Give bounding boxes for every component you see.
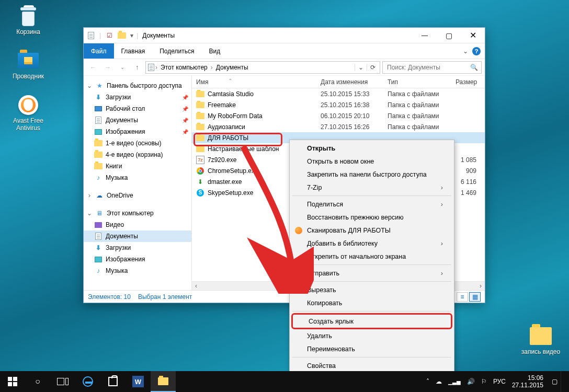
desktop-icon-folder[interactable]: запись видео xyxy=(519,325,563,355)
maximize-button[interactable]: ▢ xyxy=(437,28,461,43)
context-item[interactable]: Добавить в библиотеку› xyxy=(291,237,452,250)
view-icons-button[interactable]: ▦ xyxy=(469,292,481,302)
search-input[interactable] xyxy=(386,63,470,72)
context-item[interactable]: Восстановить прежнюю версию xyxy=(291,211,452,224)
nav-downloads[interactable]: ⬇Загрузки xyxy=(84,242,191,253)
context-item[interactable]: Свойства xyxy=(291,359,452,372)
nav-videos[interactable]: Видео xyxy=(84,219,191,230)
show-desktop-button[interactable] xyxy=(561,371,569,392)
context-item[interactable]: Открыть xyxy=(291,142,452,155)
address-dropdown-icon[interactable]: ⌄ xyxy=(355,64,367,71)
row-icon xyxy=(196,145,204,153)
context-item-label: Открепить от начального экрана xyxy=(307,253,406,260)
row-icon xyxy=(196,167,204,175)
breadcrumb-leaf[interactable]: Документы xyxy=(213,64,252,71)
context-item[interactable]: Поделиться› xyxy=(291,198,452,211)
nav-pictures[interactable]: Изображения xyxy=(84,253,191,265)
search-icon[interactable]: 🔍 xyxy=(470,64,478,71)
taskbar-edge[interactable] xyxy=(75,371,100,392)
ribbon-expand-icon[interactable]: ⌄ xyxy=(463,48,468,55)
file-row[interactable]: Camtasia Studio25.10.2015 15:33Папка с ф… xyxy=(192,88,485,99)
column-date[interactable]: Дата изменения xyxy=(316,78,383,86)
view-details-button[interactable]: ≡ xyxy=(457,292,468,302)
taskbar-store[interactable] xyxy=(100,371,126,392)
chevron-right-icon: › xyxy=(441,270,443,277)
task-view-button[interactable] xyxy=(50,371,75,392)
tab-home[interactable]: Главная xyxy=(114,43,153,59)
address-bar[interactable]: › Этот компьютер › Документы ⌄ ⟳ xyxy=(145,61,380,74)
properties-icon[interactable]: ☑ xyxy=(105,31,113,40)
column-size[interactable]: Размер xyxy=(451,78,486,86)
column-name[interactable]: Имяˆ xyxy=(192,78,316,86)
context-item-label: Создать ярлык xyxy=(309,318,354,325)
nav-folder[interactable]: Книги xyxy=(84,160,191,172)
nav-folder[interactable]: 4-е видео (корзина) xyxy=(84,149,191,160)
nav-back-button[interactable]: ← xyxy=(87,61,99,74)
row-type: Папка с файлами xyxy=(388,123,456,131)
context-item[interactable]: Копировать xyxy=(291,296,452,309)
file-row[interactable]: Freemake25.10.2015 16:38Папка с файлами xyxy=(192,99,485,110)
tray-volume-icon[interactable]: 🔊 xyxy=(464,378,478,385)
nav-documents[interactable]: Документы📌 xyxy=(84,114,191,126)
tab-view[interactable]: Вид xyxy=(201,43,227,59)
pin-icon: 📌 xyxy=(182,118,188,123)
desktop-icon-recycle-bin[interactable]: Корзина xyxy=(8,5,48,36)
start-button[interactable] xyxy=(0,371,25,392)
nav-quick-access[interactable]: ⌄★Панель быстрого доступа xyxy=(84,80,191,91)
column-type[interactable]: Тип xyxy=(383,78,451,86)
tab-share[interactable]: Поделиться xyxy=(152,43,201,59)
taskbar-clock[interactable]: 15:06 27.11.2015 xyxy=(509,374,549,389)
context-item[interactable]: Открепить от начального экрана xyxy=(291,250,452,263)
search-box[interactable]: 🔍 xyxy=(382,61,482,74)
tray-chevron-icon[interactable]: ˄ xyxy=(423,378,433,385)
context-item-label: Сканировать ДЛЯ РАБОТЫ xyxy=(307,227,391,234)
nav-this-pc[interactable]: ⌄🖥Этот компьютер xyxy=(84,207,191,219)
minimize-button[interactable]: — xyxy=(413,28,437,43)
context-item[interactable]: Создать ярлык xyxy=(293,315,451,328)
nav-desktop[interactable]: Рабочий стол📌 xyxy=(84,103,191,114)
row-name: Аудиозаписи xyxy=(208,123,245,131)
taskbar-word[interactable]: W xyxy=(126,371,151,392)
file-row[interactable]: My RoboForm Data06.10.2015 20:10Папка с … xyxy=(192,110,485,121)
context-item[interactable]: Открыть в новом окне xyxy=(291,155,452,168)
refresh-icon[interactable]: ⟳ xyxy=(367,64,379,71)
tray-language[interactable]: РУС xyxy=(490,378,509,385)
context-item[interactable]: Отправить› xyxy=(291,267,452,280)
taskbar-explorer-active[interactable] xyxy=(151,371,176,392)
context-item[interactable]: 7-Zip› xyxy=(291,181,452,194)
breadcrumb-root[interactable]: Этот компьютер xyxy=(157,64,211,71)
search-button[interactable]: ○ xyxy=(25,371,50,392)
context-item[interactable]: Переименовать xyxy=(291,342,452,355)
context-item[interactable]: Вырезать xyxy=(291,283,452,296)
desktop-icon-avast[interactable]: Avast Free Antivirus xyxy=(8,94,48,132)
context-item[interactable]: Сканировать ДЛЯ РАБОТЫ xyxy=(291,224,452,237)
action-center-icon[interactable]: ▢ xyxy=(549,378,561,385)
context-item-label: Свойства xyxy=(307,362,336,370)
tray-network-icon[interactable]: ▁▃▅ xyxy=(445,379,464,385)
row-name: Freemake xyxy=(208,101,236,109)
nav-recent-button[interactable]: ⌄ xyxy=(116,61,129,74)
row-name: dmaster.exe xyxy=(208,178,242,186)
nav-documents-selected[interactable]: Документы xyxy=(84,230,191,242)
tray-onedrive-icon[interactable]: ☁ xyxy=(433,378,445,385)
nav-forward-button[interactable]: → xyxy=(101,61,114,74)
row-name: Camtasia Studio xyxy=(208,90,254,98)
nav-music[interactable]: ♪Музыка xyxy=(84,172,191,183)
folder-icon[interactable] xyxy=(118,31,126,40)
nav-music[interactable]: ♪Музыка xyxy=(84,265,191,276)
tray-flag-icon[interactable]: ⚐ xyxy=(478,378,490,385)
close-button[interactable]: ✕ xyxy=(461,28,485,43)
qat-dropdown-icon[interactable]: ▾ xyxy=(130,32,133,39)
context-item[interactable]: Удалить xyxy=(291,329,452,342)
nav-onedrive[interactable]: ›☁OneDrive xyxy=(84,190,191,201)
nav-pictures[interactable]: Изображения📌 xyxy=(84,126,191,137)
desktop-icon-explorer[interactable]: Проводник xyxy=(8,50,48,80)
help-icon[interactable]: ? xyxy=(472,47,481,55)
context-item-label: Отправить xyxy=(307,270,339,277)
context-item[interactable]: Закрепить на панели быстрого доступа xyxy=(291,168,452,181)
file-row[interactable]: Аудиозаписи27.10.2015 16:26Папка с файла… xyxy=(192,121,485,132)
tab-file[interactable]: Файл xyxy=(84,43,114,59)
nav-folder[interactable]: 1-е видео (основы) xyxy=(84,137,191,149)
nav-up-button[interactable]: ↑ xyxy=(131,61,143,74)
nav-downloads[interactable]: ⬇Загрузки📌 xyxy=(84,91,191,103)
